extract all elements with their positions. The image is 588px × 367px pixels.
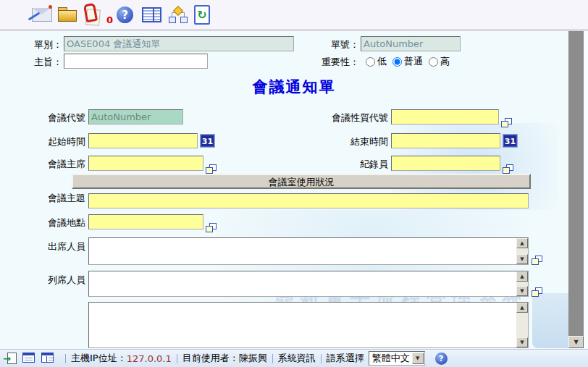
observers-lookup-icon[interactable] <box>532 287 542 297</box>
dropdown-arrow-icon[interactable] <box>412 353 424 364</box>
doc-type-label: 單別： <box>13 38 62 52</box>
importance-label: 重要性： <box>301 55 359 69</box>
observers-label: 列席人員 <box>22 273 85 287</box>
room-status-button[interactable]: 會議室使用狀況 <box>72 174 531 189</box>
page-scrollbar[interactable] <box>568 31 584 336</box>
importance-radio-group: 低 普通 高 <box>366 54 455 69</box>
refresh-icon[interactable] <box>194 5 210 25</box>
open-folder-icon[interactable] <box>58 7 77 22</box>
meeting-nature-input[interactable] <box>391 109 499 125</box>
start-time-calendar-icon[interactable]: 31 <box>200 134 215 148</box>
flowchart-icon[interactable] <box>168 7 187 24</box>
topic-label: 會議主題 <box>22 191 85 206</box>
radio-normal-label: 普通 <box>404 55 423 68</box>
system-info-link[interactable]: 系統資訊 <box>278 352 316 365</box>
content-box <box>88 302 529 348</box>
chairman-input[interactable] <box>88 156 203 171</box>
radio-normal[interactable] <box>392 57 402 67</box>
help-icon[interactable]: ? <box>117 7 133 23</box>
language-value: 繁體中文 <box>369 352 412 365</box>
data-grid-icon[interactable] <box>142 7 161 22</box>
separator <box>177 354 177 363</box>
chairman-lookup-icon[interactable] <box>206 164 217 174</box>
attendees-label: 出席人員 <box>22 240 85 254</box>
subject-input[interactable] <box>64 54 208 69</box>
attachment-icon[interactable] <box>80 4 105 26</box>
column-view-icon[interactable] <box>41 353 54 364</box>
topic-input[interactable] <box>88 193 529 208</box>
importance-option-low[interactable]: 低 <box>366 55 387 68</box>
current-user-label: 目前使用者： <box>182 352 239 365</box>
separator <box>321 354 322 363</box>
chairman-label: 會議主席 <box>22 157 85 172</box>
recorder-input[interactable] <box>391 156 500 171</box>
language-select[interactable]: 繁體中文 <box>369 351 425 366</box>
scroll-up-button[interactable] <box>516 238 528 248</box>
meeting-notice-window: 鼎新電子流程管理系統 0 ? 單別： 單號： 主旨： <box>0 0 588 367</box>
host-ip-value: 127.0.0.1 <box>127 353 172 364</box>
attendees-textarea[interactable] <box>89 238 516 264</box>
scroll-up-button[interactable] <box>516 271 528 282</box>
doc-type-input <box>64 36 294 51</box>
form-view-icon[interactable] <box>22 353 35 364</box>
meeting-nature-label: 會議性質代號 <box>311 111 388 125</box>
location-label: 會議地點 <box>22 216 85 230</box>
radio-low-label: 低 <box>377 55 387 68</box>
start-time-input[interactable] <box>88 133 198 148</box>
doc-no-input <box>361 36 461 51</box>
statusbar-help-icon[interactable]: ? <box>435 353 448 365</box>
right-edge <box>584 31 588 348</box>
current-user-value: 陳振興 <box>239 352 267 365</box>
attendees-box <box>88 237 529 265</box>
send-mail-icon[interactable] <box>29 5 52 24</box>
export-icon[interactable]: → <box>4 353 17 364</box>
subject-label: 主旨： <box>13 55 62 69</box>
importance-option-normal[interactable]: 普通 <box>392 55 423 68</box>
radio-high[interactable] <box>429 57 438 67</box>
host-ip-label: 主機IP位址： <box>71 352 127 365</box>
recorder-label: 紀錄員 <box>311 157 388 172</box>
language-select-label: 語系選擇 <box>327 352 364 365</box>
end-time-input[interactable] <box>391 133 500 148</box>
toolbar: 0 ? <box>0 0 588 30</box>
observers-textarea[interactable] <box>89 271 516 296</box>
page-scroll-down-button[interactable] <box>568 336 584 348</box>
location-input[interactable] <box>88 214 203 229</box>
radio-low[interactable] <box>366 57 375 67</box>
meeting-nature-lookup-icon[interactable] <box>501 118 512 127</box>
attachment-count: 0 <box>106 14 113 25</box>
scroll-down-button[interactable] <box>516 337 528 347</box>
scroll-up-button[interactable] <box>516 303 528 313</box>
page-title: 會議通知單 <box>0 77 588 97</box>
meeting-code-label: 會議代號 <box>22 111 85 125</box>
doc-no-label: 單號： <box>310 38 359 52</box>
start-time-label: 起始時間 <box>22 135 85 149</box>
separator <box>65 354 66 363</box>
meeting-code-input <box>88 109 183 125</box>
observers-box <box>88 271 529 297</box>
end-time-label: 結束時間 <box>311 135 388 149</box>
end-time-calendar-icon[interactable]: 31 <box>503 134 518 148</box>
scroll-down-button[interactable] <box>516 254 528 264</box>
radio-high-label: 高 <box>440 55 450 68</box>
recorder-lookup-icon[interactable] <box>503 164 513 174</box>
statusbar: → 主機IP位址： 127.0.0.1 目前使用者： 陳振興 系統資訊 語系選擇… <box>0 349 588 367</box>
separator <box>272 354 273 363</box>
content-textarea[interactable] <box>89 303 516 347</box>
scroll-down-button[interactable] <box>516 286 528 296</box>
attendees-lookup-icon[interactable] <box>532 256 542 265</box>
location-lookup-icon[interactable] <box>206 223 217 232</box>
importance-option-high[interactable]: 高 <box>429 55 450 68</box>
